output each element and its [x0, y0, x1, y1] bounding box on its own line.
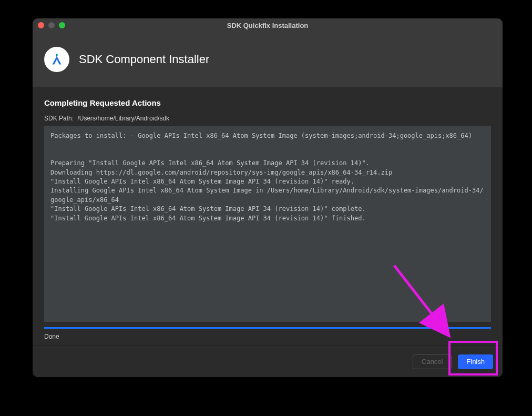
- cancel-button: Cancel: [413, 354, 452, 369]
- status-label: Done: [44, 333, 491, 340]
- close-window-button[interactable]: [38, 22, 44, 28]
- android-studio-icon: [44, 47, 69, 72]
- content-area: Completing Requested Actions SDK Path: /…: [33, 87, 503, 346]
- install-log[interactable]: Packages to install: - Google APIs Intel…: [44, 126, 491, 322]
- header: SDK Component Installer: [33, 32, 503, 87]
- section-title: Completing Requested Actions: [44, 98, 491, 107]
- minimize-window-button[interactable]: [48, 22, 55, 28]
- installer-window: SDK Quickfix Installation SDK Component …: [33, 18, 503, 377]
- window-controls: [38, 22, 65, 28]
- maximize-window-button[interactable]: [59, 22, 65, 28]
- progress-bar: [44, 327, 491, 329]
- sdk-path-label: SDK Path:: [44, 115, 74, 122]
- finish-button[interactable]: Finish: [458, 354, 493, 369]
- sdk-path-value: /Users/home/Library/Android/sdk: [77, 115, 169, 122]
- window-title: SDK Quickfix Installation: [33, 22, 503, 29]
- svg-rect-1: [56, 54, 57, 57]
- titlebar: SDK Quickfix Installation: [33, 18, 503, 32]
- footer: Cancel Finish: [33, 346, 503, 377]
- sdk-path-row: SDK Path: /Users/home/Library/Android/sd…: [44, 115, 491, 122]
- header-title: SDK Component Installer: [79, 53, 209, 66]
